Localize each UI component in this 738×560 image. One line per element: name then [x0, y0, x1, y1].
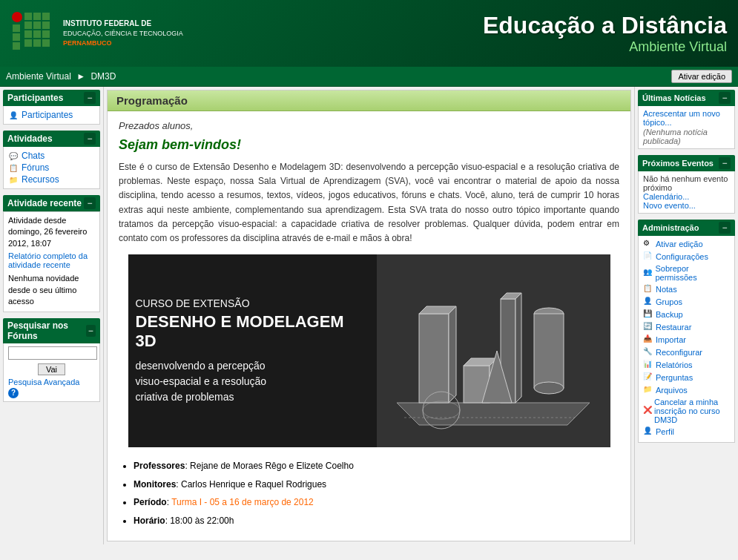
admin-item: 👥Sobrepor permissões	[643, 264, 730, 282]
admin-item-link[interactable]: Restaurar	[656, 323, 691, 332]
admin-item-icon: 👤	[643, 426, 653, 437]
admin-item: 📄Configurações	[643, 251, 730, 262]
forums-icon: 📋	[8, 162, 19, 173]
svg-rect-9	[13, 42, 20, 50]
admin-item-link[interactable]: Configurações	[656, 252, 708, 261]
admin-item: ❌Cancelar a minha inscrição no curso DM3…	[643, 398, 730, 424]
admin-item-link[interactable]: Grupos	[656, 297, 682, 306]
participants-block: Participantes − 👤 Participantes	[3, 90, 100, 125]
svg-marker-16	[397, 403, 590, 425]
admin-item-icon: 📊	[643, 360, 653, 370]
main-layout: Participantes − 👤 Participantes Atividad…	[0, 87, 738, 544]
resources-link[interactable]: 📁 Recursos	[8, 174, 95, 185]
svg-rect-2	[33, 13, 41, 20]
list-item: Monitores: Carlos Henrique e Raquel Rodr…	[134, 477, 619, 493]
recent-activity-content: Atividade desde domingo, 26 fevereiro 20…	[3, 211, 100, 312]
banner-title: DESENHO E MODELAGEM 3D	[136, 312, 369, 351]
activate-edit-button[interactable]: Ativar edição	[671, 70, 732, 83]
activity-report-link[interactable]: Relatório completo da atividade recente	[8, 251, 95, 270]
svg-rect-1	[24, 13, 32, 20]
subtitle: Ambiente Virtual	[483, 39, 727, 55]
participants-icon: 👤	[8, 110, 19, 120]
admin-item-link[interactable]: Arquivos	[656, 386, 688, 395]
forums-link[interactable]: 📋 Fóruns	[8, 162, 95, 174]
admin-item-icon: 👤	[643, 297, 653, 307]
admin-item-link[interactable]: Relatórios	[656, 360, 693, 369]
svg-rect-5	[33, 22, 41, 29]
admin-item-link[interactable]: Notas	[656, 285, 677, 294]
news-collapse[interactable]: −	[719, 92, 731, 104]
admin-item-icon: 💾	[643, 309, 653, 320]
banner-sketch	[377, 254, 610, 447]
activity-text: Atividade desde domingo, 26 fevereiro 20…	[8, 215, 95, 249]
new-event-link[interactable]: Novo evento...	[643, 201, 730, 210]
svg-rect-8	[13, 33, 20, 41]
svg-rect-3	[42, 13, 50, 20]
svg-rect-17	[419, 314, 449, 403]
calendar-link[interactable]: Calendário...	[643, 192, 730, 201]
admin-item-link[interactable]: Perguntas	[656, 373, 693, 382]
activities-content: 💬 Chats 📋 Fóruns 📁 Recursos	[3, 147, 100, 189]
activities-collapse[interactable]: −	[84, 133, 96, 145]
breadcrumb: Ambiente Virtual ► DM3D	[6, 71, 116, 82]
search-button[interactable]: Vai	[38, 363, 65, 375]
participants-header: Participantes −	[3, 90, 100, 106]
events-collapse[interactable]: −	[719, 157, 731, 169]
welcome-title: Sejam bem-vindos!	[119, 137, 619, 153]
admin-item: 👤Perfil	[643, 426, 730, 437]
admin-header: Administração −	[638, 220, 735, 236]
admin-item-icon: 📝	[643, 372, 653, 383]
svg-rect-15	[42, 39, 50, 47]
admin-item: 📝Perguntas	[643, 372, 730, 383]
breadcrumb-home[interactable]: Ambiente Virtual	[6, 71, 71, 82]
admin-item-icon: 👥	[643, 268, 653, 278]
advanced-search-link[interactable]: Pesquisa Avançada	[8, 378, 79, 386]
news-add-link[interactable]: Acrescentar um novo tópico...	[643, 109, 730, 127]
admin-item-link[interactable]: Perfil	[656, 427, 674, 436]
greeting: Prezados alunos,	[119, 120, 619, 131]
admin-item: ⚙Ativar edição	[643, 239, 730, 249]
search-collapse[interactable]: −	[86, 325, 96, 337]
participants-link[interactable]: 👤 Participantes	[8, 109, 95, 121]
participants-collapse[interactable]: −	[84, 92, 96, 104]
admin-item-link[interactable]: Backup	[656, 310, 683, 319]
events-header: Próximos Eventos −	[638, 155, 735, 171]
search-header: Pesquisar nos Fóruns −	[3, 318, 100, 343]
admin-item-icon: 📁	[643, 385, 653, 395]
events-content: Não há nenhum evento próximo Calendário.…	[638, 171, 735, 214]
site-header: INSTITUTO FEDERAL DE EDUCAÇÃO, CIÊNCIA E…	[0, 0, 738, 67]
events-block: Próximos Eventos − Não há nenhum evento …	[638, 155, 735, 214]
admin-item: 🔄Restaurar	[643, 322, 730, 332]
admin-item-link[interactable]: Cancelar a minha inscrição no curso DM3D	[654, 398, 730, 424]
help-icon[interactable]: ?	[8, 388, 19, 398]
banner-desc: desenvolvendo a percepção visuo-espacial…	[136, 358, 369, 405]
svg-rect-6	[42, 22, 50, 29]
list-item: Horário: 18:00 às 22:00h	[134, 513, 619, 530]
logo-svg	[11, 11, 56, 56]
admin-item: 💾Backup	[643, 309, 730, 320]
events-empty: Não há nenhum evento próximo	[643, 174, 730, 192]
admin-item-icon: 📥	[643, 335, 653, 345]
news-block: Últimas Notícias − Acrescentar um novo t…	[638, 90, 735, 149]
list-item: Professores: Rejane de Moraes Rêgo e Eli…	[134, 458, 619, 475]
recent-collapse[interactable]: −	[84, 197, 96, 209]
admin-item-icon: 📄	[643, 251, 653, 262]
admin-collapse[interactable]: −	[719, 222, 731, 234]
activities-header: Atividades −	[3, 131, 100, 147]
activities-block: Atividades − 💬 Chats 📋 Fóruns 📁 Recursos	[3, 131, 100, 189]
main-title: Educação a Distância	[483, 12, 727, 39]
admin-item-icon: ⚙	[643, 239, 653, 249]
admin-item-link[interactable]: Ativar edição	[656, 240, 703, 248]
search-input[interactable]	[8, 346, 97, 360]
news-content: Acrescentar um novo tópico... (Nenhuma n…	[638, 106, 735, 149]
sketch-svg	[382, 254, 604, 447]
svg-rect-12	[42, 30, 50, 38]
admin-item-link[interactable]: Sobrepor permissões	[655, 264, 730, 282]
chats-link[interactable]: 💬 Chats	[8, 150, 95, 162]
admin-item: 📊Relatórios	[643, 360, 730, 370]
svg-marker-19	[449, 306, 456, 403]
admin-item-link[interactable]: Importar	[656, 335, 686, 344]
admin-item-link[interactable]: Reconfigurar	[656, 348, 702, 357]
admin-item-icon: 🔄	[643, 322, 653, 332]
list-item: Período: Turma I - 05 a 16 de março de 2…	[134, 495, 619, 511]
